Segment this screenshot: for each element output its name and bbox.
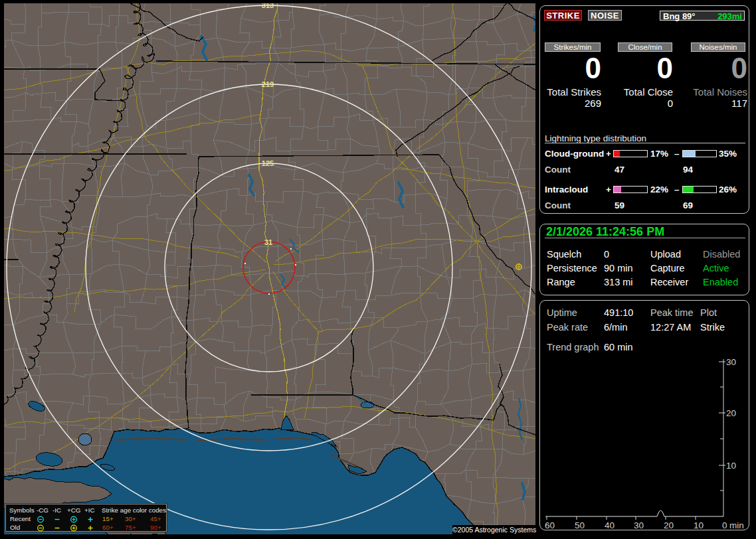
- svg-text:30: 30: [634, 520, 644, 530]
- svg-text:0: 0: [722, 520, 727, 530]
- svg-text:313: 313: [262, 3, 274, 9]
- svg-text:10: 10: [694, 520, 704, 530]
- svg-text:20: 20: [664, 520, 674, 530]
- svg-text:min: min: [729, 520, 744, 530]
- svg-text:40: 40: [605, 520, 614, 530]
- svg-text:60: 60: [545, 520, 555, 530]
- svg-text:219: 219: [262, 80, 274, 88]
- svg-text:30: 30: [726, 357, 736, 367]
- svg-text:50: 50: [575, 520, 585, 530]
- svg-text:31: 31: [264, 238, 272, 246]
- svg-text:20: 20: [726, 408, 736, 418]
- svg-text:10: 10: [726, 461, 736, 471]
- svg-text:125: 125: [262, 159, 274, 167]
